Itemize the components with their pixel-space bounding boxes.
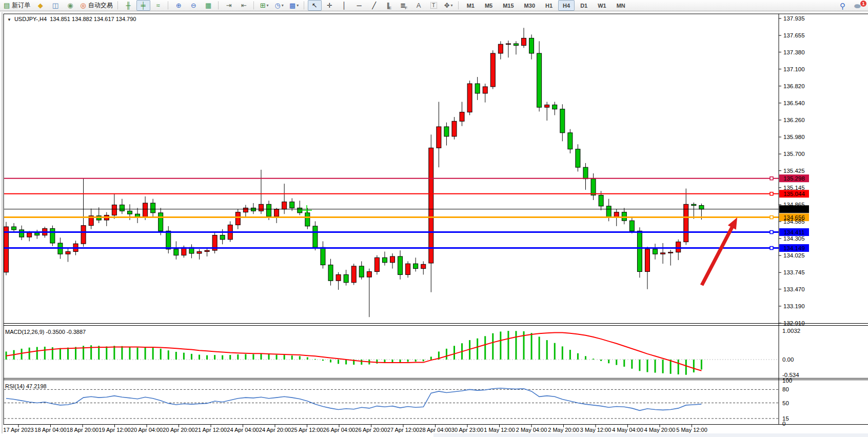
candle-body (298, 208, 302, 212)
vertical-line-button[interactable]: │ (338, 0, 351, 11)
chart-shift-button[interactable]: ⇤ (237, 0, 251, 11)
candle-body (583, 167, 588, 178)
toolbar-separator (218, 2, 219, 9)
arrows-button[interactable]: ✥▾ (442, 0, 456, 11)
timeframe-h1-label: H1 (543, 3, 555, 9)
candle-body (305, 213, 310, 226)
candle-body (151, 203, 155, 213)
zoom-in-button[interactable]: ⊕ (172, 0, 186, 11)
candle-body (66, 252, 70, 254)
auto-trading-button[interactable]: ◎自动交易 (78, 0, 114, 11)
macd-axis-label: 1.0032 (782, 328, 800, 334)
chat-bubble-icon: ⬬ (854, 2, 861, 10)
toolbar-right-group: ⚲⬬1 (835, 0, 865, 11)
clock-icon: ◷ (274, 2, 280, 9)
support-line-2-handle[interactable] (770, 247, 773, 250)
channel-button[interactable]: ∥E (382, 0, 396, 11)
macd-axis-label: -0.534 (782, 372, 799, 378)
tile-windows-button[interactable]: ▦ (202, 0, 215, 11)
zoom-out-button[interactable]: ⊖ (187, 0, 201, 11)
periods-button[interactable]: ◷▾ (272, 0, 286, 11)
timeframe-h1[interactable]: H1 (541, 0, 557, 11)
chart-style-button[interactable]: ◆ (33, 0, 47, 11)
text-label-icon: T (430, 2, 437, 9)
shapes-arrows-icon: ✥ (444, 2, 450, 9)
toolbar-separator (458, 2, 459, 9)
candle-body (112, 205, 116, 215)
time-axis-area[interactable] (4, 425, 778, 437)
new-order-button[interactable]: ▤新订单 (2, 0, 32, 11)
resistance-line-1-handle[interactable] (770, 177, 773, 180)
timeframe-d1[interactable]: D1 (576, 0, 592, 11)
line-chart-button[interactable]: ≈ (151, 0, 165, 11)
trendline-button[interactable]: ╱ (367, 0, 381, 11)
text-icon: A (417, 2, 421, 9)
candle-body (483, 87, 487, 93)
dropdown-arrow-icon[interactable]: ▾ (267, 3, 269, 8)
candle-body (243, 208, 248, 212)
ohlc-values: 134.851 134.882 134.617 134.790 (50, 16, 136, 22)
dropdown-arrow-icon[interactable]: ▾ (297, 3, 299, 8)
fibonacci-button[interactable]: ≣F (397, 0, 411, 11)
cursor-arrow-icon: ↖ (312, 2, 318, 9)
vline-icon: │ (342, 2, 346, 9)
terminal-button[interactable]: ◫ (48, 0, 62, 11)
candle-body (645, 249, 649, 272)
candle-body (560, 109, 565, 133)
indicators-button[interactable]: ⊞▾ (258, 0, 271, 11)
symbol-dropdown-icon[interactable]: ▼ (7, 17, 11, 22)
timeframe-m5[interactable]: M5 (480, 0, 497, 11)
timeframe-m1[interactable]: M1 (462, 0, 479, 11)
pivot-line-orange-handle[interactable] (770, 216, 773, 219)
candle-body (367, 272, 371, 277)
zoom-in-icon: ⊕ (176, 2, 182, 9)
timeframe-m1-label: M1 (464, 3, 477, 9)
timeframe-mn[interactable]: MN (612, 0, 630, 11)
timeframe-m15[interactable]: M15 (498, 0, 518, 11)
text-button[interactable]: A (412, 0, 426, 11)
dropdown-arrow-icon[interactable]: ▾ (282, 3, 284, 8)
signals-button[interactable]: ◉ (63, 0, 77, 11)
candle-body (699, 206, 704, 209)
rsi-axis-label: 80 (782, 386, 789, 392)
candle-body (4, 227, 9, 272)
crosshair-button[interactable]: ✛ (323, 0, 337, 11)
dropdown-arrow-icon[interactable]: ▾ (451, 3, 453, 8)
candle-body (359, 266, 364, 277)
candle-body (692, 204, 696, 205)
radio-signal-icon: ◉ (67, 2, 73, 9)
candle-body (290, 202, 294, 208)
candle-body (12, 227, 16, 230)
timeframe-m30[interactable]: M30 (520, 0, 540, 11)
candle-body (421, 264, 426, 268)
support-line-1-handle[interactable] (770, 231, 773, 234)
timeframe-w1[interactable]: W1 (593, 0, 611, 11)
symbol-period-label: USDJPY-,H4 (14, 16, 47, 22)
candlestick-button[interactable]: ╪ (136, 0, 150, 11)
candle-body (684, 204, 688, 242)
price-axis-area[interactable] (779, 14, 868, 425)
toolbar-separator (253, 2, 254, 9)
resistance-line-2-handle[interactable] (770, 192, 773, 195)
candle-body (328, 265, 333, 281)
candle-body (127, 211, 132, 214)
candle-body (537, 53, 542, 107)
macd-indicator-label: MACD(12,26,9) -0.3500 -0.3887 (5, 329, 86, 335)
text-label-button[interactable]: T (427, 0, 441, 11)
timeframe-h4[interactable]: H4 (558, 0, 575, 11)
horizontal-line-button[interactable]: ─ (352, 0, 366, 11)
notifications-button[interactable]: ⬬1 (851, 1, 864, 11)
timeframe-m15-label: M15 (500, 3, 516, 9)
candle-body (143, 203, 148, 217)
candle-body (522, 38, 526, 45)
templates-button[interactable]: ▩▾ (287, 0, 301, 11)
candle-body (490, 53, 495, 87)
cursor-button[interactable]: ↖ (308, 0, 322, 11)
candle-body (344, 274, 348, 282)
auto-scroll-button[interactable]: ⇥ (222, 0, 236, 11)
candle-body (390, 256, 395, 263)
magnifier-icon: ⚲ (840, 2, 845, 10)
toolbar-separator (117, 2, 119, 9)
bar-chart-button[interactable]: ╫ (122, 0, 135, 11)
search-button[interactable]: ⚲ (836, 1, 850, 11)
